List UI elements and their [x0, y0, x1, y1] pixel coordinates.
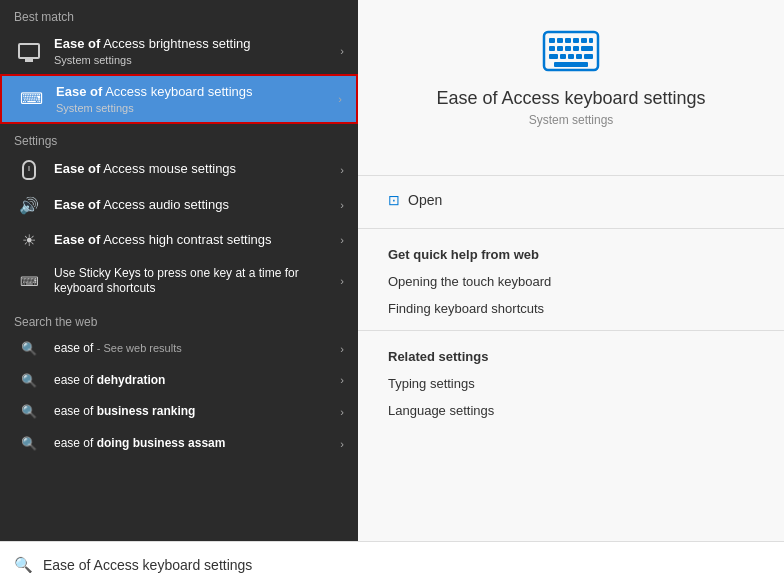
selected-main-text: Ease of Access keyboard settings: [56, 84, 330, 101]
high-contrast-item[interactable]: ☀ Ease of Access high contrast settings …: [0, 223, 358, 258]
sticky-keys-item[interactable]: ⌨ Use Sticky Keys to press one key at a …: [0, 258, 358, 305]
audio-icon: 🔊: [14, 196, 44, 215]
web-item-1-text: ease of - See web results: [54, 341, 332, 357]
keyboard-svg: [542, 30, 600, 72]
best-match-main-text: Ease of Access brightness setting: [54, 36, 332, 53]
right-keyboard-icon: [542, 30, 600, 76]
contrast-icon: ☀: [14, 231, 44, 250]
right-title: Ease of Access keyboard settings: [436, 88, 705, 109]
svg-rect-15: [576, 54, 582, 59]
settings-label: Settings: [0, 124, 358, 152]
open-icon: ⊡: [388, 192, 400, 208]
svg-rect-8: [557, 46, 563, 51]
web-item-3-main: ease of business ranking: [54, 404, 332, 420]
web-item-4-text: ease of doing business assam: [54, 436, 332, 452]
mouse-settings-item[interactable]: Ease of Access mouse settings ›: [0, 152, 358, 188]
mouse-chevron: ›: [340, 164, 344, 176]
right-panel: Ease of Access keyboard settings System …: [358, 0, 784, 541]
open-button[interactable]: ⊡ Open: [358, 184, 784, 216]
svg-rect-14: [568, 54, 574, 59]
svg-rect-10: [573, 46, 579, 51]
keyboard-icon: ⌨: [16, 89, 46, 108]
web-item-1-chevron: ›: [340, 343, 344, 355]
audio-settings-item[interactable]: 🔊 Ease of Access audio settings ›: [0, 188, 358, 223]
svg-rect-2: [557, 38, 563, 43]
svg-rect-4: [573, 38, 579, 43]
sticky-keys-icon: ⌨: [14, 274, 44, 289]
search-icon-2: 🔍: [14, 373, 44, 388]
web-item-2-text: ease of dehydration: [54, 373, 332, 389]
svg-rect-17: [554, 62, 588, 67]
mouse-icon: [14, 160, 44, 180]
svg-rect-5: [581, 38, 587, 43]
sticky-keys-main-text: Use Sticky Keys to press one key at a ti…: [54, 266, 332, 297]
web-item-ease-of[interactable]: 🔍 ease of - See web results ›: [0, 333, 358, 365]
best-match-chevron: ›: [340, 45, 344, 57]
selected-text-area: Ease of Access keyboard settings System …: [56, 84, 330, 114]
svg-rect-1: [549, 38, 555, 43]
best-match-sub-text: System settings: [54, 54, 332, 66]
web-item-3-text: ease of business ranking: [54, 404, 332, 420]
svg-rect-6: [589, 38, 593, 43]
mouse-main-text: Ease of Access mouse settings: [54, 161, 332, 178]
right-header: Ease of Access keyboard settings System …: [358, 0, 784, 167]
web-item-2-chevron: ›: [340, 374, 344, 386]
sticky-keys-chevron: ›: [340, 275, 344, 287]
best-match-label: Best match: [0, 0, 358, 28]
related-link-2[interactable]: Language settings: [358, 397, 784, 424]
related-link-1[interactable]: Typing settings: [358, 370, 784, 397]
search-bar-icon: 🔍: [14, 556, 33, 574]
web-item-3-chevron: ›: [340, 406, 344, 418]
search-icon-3: 🔍: [14, 404, 44, 419]
best-match-text-area: Ease of Access brightness setting System…: [54, 36, 332, 66]
selected-item[interactable]: ⌨ Ease of Access keyboard settings Syste…: [0, 74, 358, 124]
open-label: Open: [408, 192, 442, 208]
web-search-label: Search the web: [0, 305, 358, 333]
audio-main-text: Ease of Access audio settings: [54, 197, 332, 214]
selected-chevron: ›: [338, 93, 342, 105]
search-input[interactable]: [43, 557, 770, 573]
svg-rect-16: [584, 54, 593, 59]
search-bar: 🔍: [0, 541, 784, 587]
best-match-item[interactable]: Ease of Access brightness setting System…: [0, 28, 358, 74]
contrast-main-text: Ease of Access high contrast settings: [54, 232, 332, 249]
svg-rect-3: [565, 38, 571, 43]
web-item-4-chevron: ›: [340, 438, 344, 450]
selected-sub-text: System settings: [56, 102, 330, 114]
web-item-business[interactable]: 🔍 ease of business ranking ›: [0, 396, 358, 428]
quick-help-label: Get quick help from web: [358, 237, 784, 268]
svg-rect-13: [560, 54, 566, 59]
quick-help-link-1[interactable]: Opening the touch keyboard: [358, 268, 784, 295]
left-panel: Best match Ease of Access brightness set…: [0, 0, 358, 541]
search-icon-4: 🔍: [14, 436, 44, 451]
mouse-text-area: Ease of Access mouse settings: [54, 161, 332, 178]
search-icon-1: 🔍: [14, 341, 44, 356]
divider-3: [358, 330, 784, 331]
svg-rect-9: [565, 46, 571, 51]
svg-rect-11: [581, 46, 593, 51]
related-label: Related settings: [358, 339, 784, 370]
web-item-1-main: ease of - See web results: [54, 341, 332, 357]
svg-rect-12: [549, 54, 558, 59]
web-item-4-main: ease of doing business assam: [54, 436, 332, 452]
web-item-2-main: ease of dehydration: [54, 373, 332, 389]
web-item-dehydration[interactable]: 🔍 ease of dehydration ›: [0, 365, 358, 397]
audio-chevron: ›: [340, 199, 344, 211]
divider-2: [358, 228, 784, 229]
svg-rect-7: [549, 46, 555, 51]
quick-help-link-2[interactable]: Finding keyboard shortcuts: [358, 295, 784, 322]
monitor-icon: [14, 43, 44, 59]
divider-1: [358, 175, 784, 176]
audio-text-area: Ease of Access audio settings: [54, 197, 332, 214]
contrast-text-area: Ease of Access high contrast settings: [54, 232, 332, 249]
sticky-keys-text-area: Use Sticky Keys to press one key at a ti…: [54, 266, 332, 297]
contrast-chevron: ›: [340, 234, 344, 246]
right-subtitle: System settings: [529, 113, 614, 127]
web-item-assam[interactable]: 🔍 ease of doing business assam ›: [0, 428, 358, 460]
